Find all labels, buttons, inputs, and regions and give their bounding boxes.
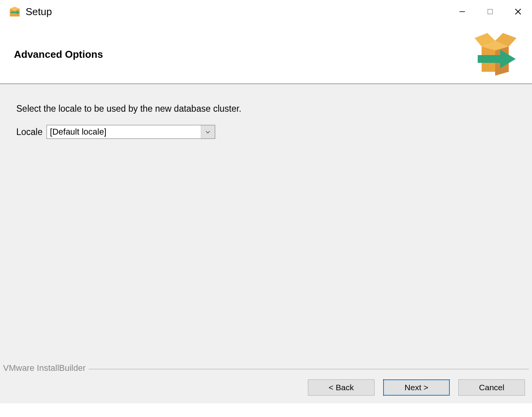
package-icon bbox=[470, 31, 520, 78]
maximize-button[interactable] bbox=[476, 0, 504, 23]
window-controls bbox=[448, 0, 532, 23]
locale-label: Locale bbox=[16, 127, 43, 137]
titlebar: Setup bbox=[0, 0, 532, 23]
branding-text: VMware InstallBuilder bbox=[3, 363, 89, 373]
locale-select[interactable]: [Default locale] bbox=[47, 125, 215, 139]
close-button[interactable] bbox=[504, 0, 532, 23]
branding-row: VMware InstallBuilder bbox=[3, 363, 529, 373]
window-title: Setup bbox=[26, 6, 448, 18]
cancel-button[interactable]: Cancel bbox=[458, 379, 525, 396]
page-title: Advanced Options bbox=[14, 48, 103, 61]
locale-row: Locale [Default locale] bbox=[16, 125, 516, 139]
instruction-text: Select the locale to be used by the new … bbox=[16, 104, 516, 114]
locale-selected-value: [Default locale] bbox=[47, 125, 201, 138]
minimize-button[interactable] bbox=[448, 0, 476, 23]
app-icon bbox=[8, 5, 22, 19]
back-button[interactable]: < Back bbox=[308, 379, 375, 396]
svg-rect-1 bbox=[488, 9, 492, 14]
chevron-down-icon[interactable] bbox=[201, 125, 215, 138]
button-bar: < Back Next > Cancel bbox=[0, 373, 532, 403]
divider bbox=[89, 369, 529, 369]
wizard-header: Advanced Options bbox=[0, 23, 532, 84]
next-button[interactable]: Next > bbox=[383, 379, 450, 396]
wizard-body: Select the locale to be used by the new … bbox=[0, 84, 532, 373]
